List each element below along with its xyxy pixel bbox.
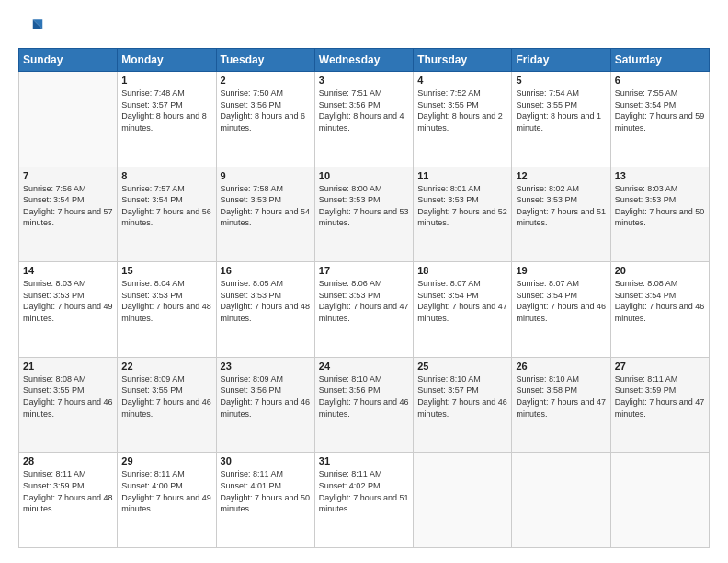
calendar-cell: 21Sunrise: 8:08 AM Sunset: 3:55 PM Dayli… [19, 357, 118, 453]
calendar-cell: 22Sunrise: 8:09 AM Sunset: 3:55 PM Dayli… [118, 357, 216, 453]
calendar-cell [414, 453, 512, 548]
calendar-cell: 18Sunrise: 8:07 AM Sunset: 3:54 PM Dayli… [414, 262, 512, 358]
day-number: 21 [23, 361, 113, 372]
day-number: 25 [417, 361, 507, 372]
calendar-cell: 24Sunrise: 8:10 AM Sunset: 3:56 PM Dayli… [314, 357, 413, 453]
day-number: 23 [221, 361, 311, 372]
calendar-cell: 19Sunrise: 8:07 AM Sunset: 3:54 PM Dayli… [512, 262, 610, 358]
day-info: Sunrise: 8:11 AM Sunset: 3:59 PM Dayligh… [615, 373, 705, 419]
calendar-week-3: 21Sunrise: 8:08 AM Sunset: 3:55 PM Dayli… [19, 357, 710, 453]
day-number: 22 [121, 361, 211, 372]
day-info: Sunrise: 8:00 AM Sunset: 3:53 PM Dayligh… [319, 183, 409, 229]
day-number: 31 [319, 455, 409, 466]
day-number: 3 [319, 75, 409, 86]
calendar-cell: 8Sunrise: 7:57 AM Sunset: 3:54 PM Daylig… [118, 167, 216, 262]
day-info: Sunrise: 8:11 AM Sunset: 4:02 PM Dayligh… [319, 468, 409, 514]
day-info: Sunrise: 7:56 AM Sunset: 3:54 PM Dayligh… [23, 183, 113, 229]
day-number: 8 [121, 170, 211, 181]
day-number: 2 [221, 75, 311, 86]
day-info: Sunrise: 8:10 AM Sunset: 3:56 PM Dayligh… [319, 373, 409, 419]
day-info: Sunrise: 8:10 AM Sunset: 3:57 PM Dayligh… [417, 373, 507, 419]
calendar-cell: 17Sunrise: 8:06 AM Sunset: 3:53 PM Dayli… [314, 262, 413, 358]
calendar-cell: 20Sunrise: 8:08 AM Sunset: 3:54 PM Dayli… [610, 262, 709, 358]
col-saturday: Saturday [610, 49, 709, 72]
day-info: Sunrise: 8:08 AM Sunset: 3:54 PM Dayligh… [615, 278, 705, 324]
calendar-cell: 3Sunrise: 7:51 AM Sunset: 3:56 PM Daylig… [314, 72, 413, 167]
calendar-cell: 9Sunrise: 7:58 AM Sunset: 3:53 PM Daylig… [216, 167, 314, 262]
day-info: Sunrise: 8:11 AM Sunset: 4:01 PM Dayligh… [221, 468, 311, 514]
calendar-cell: 15Sunrise: 8:04 AM Sunset: 3:53 PM Dayli… [118, 262, 216, 358]
day-info: Sunrise: 8:03 AM Sunset: 3:53 PM Dayligh… [615, 183, 705, 229]
col-thursday: Thursday [414, 49, 512, 72]
calendar-cell: 7Sunrise: 7:56 AM Sunset: 3:54 PM Daylig… [19, 167, 118, 262]
day-info: Sunrise: 8:03 AM Sunset: 3:53 PM Dayligh… [23, 278, 113, 324]
calendar-cell: 31Sunrise: 8:11 AM Sunset: 4:02 PM Dayli… [314, 453, 413, 548]
calendar-cell [19, 72, 118, 167]
day-info: Sunrise: 8:07 AM Sunset: 3:54 PM Dayligh… [516, 278, 606, 324]
day-info: Sunrise: 8:02 AM Sunset: 3:53 PM Dayligh… [516, 183, 606, 229]
col-tuesday: Tuesday [216, 49, 314, 72]
calendar-cell: 27Sunrise: 8:11 AM Sunset: 3:59 PM Dayli… [610, 357, 709, 453]
day-number: 28 [23, 455, 113, 466]
day-number: 14 [23, 265, 113, 276]
day-number: 6 [615, 75, 705, 86]
day-number: 17 [319, 265, 409, 276]
day-number: 11 [417, 170, 507, 181]
calendar-week-2: 14Sunrise: 8:03 AM Sunset: 3:53 PM Dayli… [19, 262, 710, 358]
calendar-cell: 10Sunrise: 8:00 AM Sunset: 3:53 PM Dayli… [314, 167, 413, 262]
calendar-cell: 2Sunrise: 7:50 AM Sunset: 3:56 PM Daylig… [216, 72, 314, 167]
col-wednesday: Wednesday [314, 49, 413, 72]
col-friday: Friday [512, 49, 610, 72]
calendar-cell: 30Sunrise: 8:11 AM Sunset: 4:01 PM Dayli… [216, 453, 314, 548]
day-info: Sunrise: 7:50 AM Sunset: 3:56 PM Dayligh… [221, 87, 311, 133]
day-info: Sunrise: 8:09 AM Sunset: 3:55 PM Dayligh… [121, 373, 211, 419]
day-number: 16 [221, 265, 311, 276]
day-number: 10 [319, 170, 409, 181]
day-number: 24 [319, 361, 409, 372]
day-info: Sunrise: 8:11 AM Sunset: 4:00 PM Dayligh… [121, 468, 211, 514]
col-monday: Monday [118, 49, 216, 72]
calendar-cell [512, 453, 610, 548]
day-number: 19 [516, 265, 606, 276]
day-info: Sunrise: 8:07 AM Sunset: 3:54 PM Dayligh… [417, 278, 507, 324]
day-number: 7 [23, 170, 113, 181]
calendar-cell: 4Sunrise: 7:52 AM Sunset: 3:55 PM Daylig… [414, 72, 512, 167]
calendar-cell: 29Sunrise: 8:11 AM Sunset: 4:00 PM Dayli… [118, 453, 216, 548]
day-number: 12 [516, 170, 606, 181]
day-info: Sunrise: 8:05 AM Sunset: 3:53 PM Dayligh… [221, 278, 311, 324]
day-info: Sunrise: 7:57 AM Sunset: 3:54 PM Dayligh… [121, 183, 211, 229]
day-info: Sunrise: 8:09 AM Sunset: 3:56 PM Dayligh… [221, 373, 311, 419]
day-info: Sunrise: 8:10 AM Sunset: 3:58 PM Dayligh… [516, 373, 606, 419]
page: Sunday Monday Tuesday Wednesday Thursday… [0, 0, 728, 563]
calendar-week-0: 1Sunrise: 7:48 AM Sunset: 3:57 PM Daylig… [19, 72, 710, 167]
calendar-cell: 11Sunrise: 8:01 AM Sunset: 3:53 PM Dayli… [414, 167, 512, 262]
calendar-cell: 16Sunrise: 8:05 AM Sunset: 3:53 PM Dayli… [216, 262, 314, 358]
day-info: Sunrise: 7:52 AM Sunset: 3:55 PM Dayligh… [417, 87, 507, 133]
calendar-cell: 1Sunrise: 7:48 AM Sunset: 3:57 PM Daylig… [118, 72, 216, 167]
calendar-cell: 6Sunrise: 7:55 AM Sunset: 3:54 PM Daylig… [610, 72, 709, 167]
calendar-table: Sunday Monday Tuesday Wednesday Thursday… [18, 48, 710, 548]
day-number: 9 [221, 170, 311, 181]
calendar-cell: 26Sunrise: 8:10 AM Sunset: 3:58 PM Dayli… [512, 357, 610, 453]
day-info: Sunrise: 8:04 AM Sunset: 3:53 PM Dayligh… [121, 278, 211, 324]
day-info: Sunrise: 7:55 AM Sunset: 3:54 PM Dayligh… [615, 87, 705, 133]
day-info: Sunrise: 7:54 AM Sunset: 3:55 PM Dayligh… [516, 87, 606, 133]
day-number: 1 [121, 75, 211, 86]
calendar-cell: 5Sunrise: 7:54 AM Sunset: 3:55 PM Daylig… [512, 72, 610, 167]
day-info: Sunrise: 8:11 AM Sunset: 3:59 PM Dayligh… [23, 468, 113, 514]
day-number: 20 [615, 265, 705, 276]
day-info: Sunrise: 7:58 AM Sunset: 3:53 PM Dayligh… [221, 183, 311, 229]
calendar-cell: 25Sunrise: 8:10 AM Sunset: 3:57 PM Dayli… [414, 357, 512, 453]
day-info: Sunrise: 7:48 AM Sunset: 3:57 PM Dayligh… [121, 87, 211, 133]
day-number: 4 [417, 75, 507, 86]
calendar-cell: 13Sunrise: 8:03 AM Sunset: 3:53 PM Dayli… [610, 167, 709, 262]
day-info: Sunrise: 8:06 AM Sunset: 3:53 PM Dayligh… [319, 278, 409, 324]
calendar-cell: 12Sunrise: 8:02 AM Sunset: 3:53 PM Dayli… [512, 167, 610, 262]
day-number: 27 [615, 361, 705, 372]
calendar-cell: 23Sunrise: 8:09 AM Sunset: 3:56 PM Dayli… [216, 357, 314, 453]
col-sunday: Sunday [19, 49, 118, 72]
day-number: 29 [121, 455, 211, 466]
day-info: Sunrise: 8:08 AM Sunset: 3:55 PM Dayligh… [23, 373, 113, 419]
calendar-week-1: 7Sunrise: 7:56 AM Sunset: 3:54 PM Daylig… [19, 167, 710, 262]
calendar-cell [610, 453, 709, 548]
